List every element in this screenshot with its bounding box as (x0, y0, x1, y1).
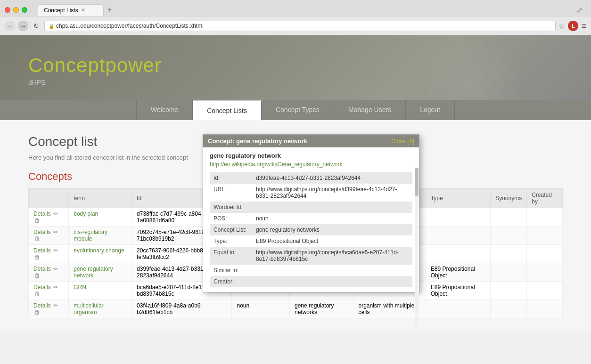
active-tab[interactable]: Concept Lists ✕ (38, 4, 104, 16)
details-link[interactable]: Details (33, 247, 51, 254)
tab-title: Concept Lists (44, 7, 78, 14)
modal-field-value: noun (252, 213, 412, 224)
modal-detail-row: URI: http://www.digitalhps.org/concepts/… (210, 184, 412, 202)
row-created-by (527, 263, 563, 282)
row-id: 03f4a16f-f809-4a8a-a0b6-b2d861feb1cb (132, 300, 232, 318)
modal-field-value: http://www.digitalhps.org/concepts/bca6d… (252, 247, 412, 265)
delete-icon[interactable]: 🗑 (34, 217, 40, 224)
forward-button[interactable]: → (18, 21, 28, 31)
modal-field-label: Equal to: (210, 247, 252, 265)
row-actions: Details ✏ 🗑 (29, 245, 69, 263)
row-concept-list: gene regulatory networks (289, 300, 353, 318)
details-link[interactable]: Details (33, 284, 51, 291)
row-type: E89 Propositional Object (426, 282, 490, 300)
row-synonyms (491, 245, 527, 263)
row-pos (268, 300, 289, 318)
row-created-by (527, 300, 563, 318)
brand-regular: Concept (28, 54, 105, 76)
modal-scrollbar[interactable] (415, 168, 419, 328)
modal-detail-row: Id: d399feae-4c13-4d27-b331-2823af942644 (210, 172, 412, 184)
nav-item-concept-lists[interactable]: Concept Lists (193, 100, 262, 120)
modal-field-value: http://www.digitalhps.org/concepts/d399f… (252, 184, 412, 202)
delete-icon[interactable]: 🗑 (34, 309, 40, 315)
main-nav: Welcome Concept Lists Concept Types Mana… (0, 100, 591, 120)
nav-item-manage-users[interactable]: Manage Users (334, 100, 406, 120)
brand-subtitle: dHPS (28, 79, 563, 86)
details-link[interactable]: Details (33, 302, 51, 309)
tab-close-btn[interactable]: ✕ (81, 7, 85, 13)
modal-field-value (252, 202, 412, 213)
main-content: Concept list Here you find all stored co… (0, 120, 591, 332)
details-link[interactable]: Details (33, 266, 51, 272)
modal-scroll-area[interactable]: Id: d399feae-4c13-4d27-b331-2823af942644… (210, 172, 412, 287)
edit-icon[interactable]: ✏ (53, 302, 58, 309)
nav-item-logout[interactable]: Logout (406, 100, 455, 120)
term-link[interactable]: body plan (74, 210, 98, 217)
concept-detail-modal[interactable]: Concept: gene regulatory network Close [… (203, 134, 419, 292)
row-synonyms (491, 282, 527, 300)
close-window-btn[interactable] (5, 7, 10, 13)
modal-field-label: Id: (210, 172, 252, 184)
user-profile-button[interactable]: L (568, 21, 578, 31)
modal-field-label: Wordnet Id: (210, 202, 252, 213)
row-created-by (527, 208, 563, 226)
modal-field-value (252, 276, 412, 287)
browser-menu-button[interactable]: ≡ (581, 21, 586, 31)
row-synonyms (491, 300, 527, 318)
delete-icon[interactable]: 🗑 (34, 254, 40, 260)
modal-field-value (252, 265, 412, 276)
col-type: Type (426, 189, 490, 208)
row-type: E89 Propositional Object (426, 263, 490, 282)
modal-detail-row: POS: noun (210, 213, 412, 224)
bookmark-button[interactable]: ☆ (558, 22, 565, 31)
details-link[interactable]: Details (33, 229, 51, 235)
term-link[interactable]: multicellular organism (74, 302, 103, 315)
row-created-by (527, 245, 563, 263)
row-actions: Details ✏ 🗑 (29, 208, 69, 226)
nav-item-welcome[interactable]: Welcome (136, 100, 193, 120)
details-link[interactable]: Details (33, 210, 51, 217)
nav-item-concept-types[interactable]: Concept Types (262, 100, 334, 120)
term-link[interactable]: evolutionary change (74, 247, 124, 254)
term-link[interactable]: cis-regulatory module (74, 229, 107, 242)
expand-icon: ⤢ (573, 6, 586, 15)
delete-icon[interactable]: 🗑 (34, 272, 40, 279)
edit-icon[interactable]: ✏ (53, 210, 58, 217)
modal-detail-row: Wordnet Id: (210, 202, 412, 213)
term-link[interactable]: gene regulatory network (74, 266, 113, 279)
minimize-window-btn[interactable] (13, 7, 19, 13)
row-actions: Details ✏ 🗑 (29, 263, 69, 282)
row-term: gene regulatory network (69, 263, 132, 282)
refresh-button[interactable]: ↻ (31, 21, 41, 31)
delete-icon[interactable]: 🗑 (34, 235, 40, 242)
row-created-by (527, 226, 563, 245)
maximize-window-btn[interactable] (22, 7, 27, 13)
modal-field-label: Concept List: (210, 224, 252, 235)
term-link[interactable]: GRN (74, 284, 86, 291)
row-term: evolutionary change (69, 245, 132, 263)
row-synonyms (491, 263, 527, 282)
modal-detail-row: Concept List: gene regulatory networks (210, 224, 412, 235)
modal-concept-uri[interactable]: http://en.wikipedia.org/wiki/Gene_regula… (210, 161, 412, 168)
edit-icon[interactable]: ✏ (53, 266, 58, 272)
modal-uri-link[interactable]: http://en.wikipedia.org/wiki/Gene_regula… (210, 161, 342, 168)
back-button[interactable]: ← (5, 21, 15, 31)
edit-icon[interactable]: ✏ (53, 247, 58, 254)
col-created-by: Created by (527, 189, 563, 208)
delete-icon[interactable]: 🗑 (34, 291, 40, 297)
row-type (426, 226, 490, 245)
modal-header: Concept: gene regulatory network Close [… (203, 135, 419, 147)
modal-title: Concept: gene regulatory network (208, 138, 307, 145)
url-lock-icon: 🔒 (49, 24, 54, 29)
edit-icon[interactable]: ✏ (53, 229, 58, 235)
modal-detail-row: Equal to: http://www.digitalhps.org/conc… (210, 247, 412, 265)
modal-field-label: Similar to: (210, 265, 252, 276)
new-tab-button[interactable]: + (104, 6, 115, 14)
modal-field-value: gene regulatory networks (252, 224, 412, 235)
modal-close-button[interactable]: Close [X] (391, 138, 414, 145)
url-bar[interactable]: 🔒 chps.asu.edu/conceptpower/faces/auth/C… (44, 21, 556, 31)
row-synonyms (491, 226, 527, 245)
modal-detail-row: Similar to: (210, 265, 412, 276)
edit-icon[interactable]: ✏ (53, 284, 58, 291)
row-type (426, 208, 490, 226)
